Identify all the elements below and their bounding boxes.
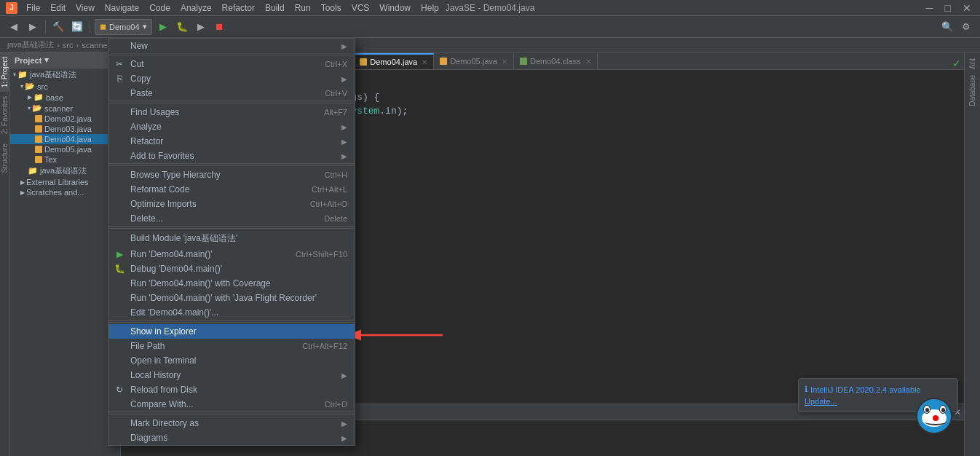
tree-item-demo05[interactable]: Demo05.java [10,144,120,154]
ctx-compare[interactable]: Compare With... Ctrl+D [108,397,355,412]
stop-button[interactable]: ⏹ [212,19,228,35]
ctx-run-label: Run 'Demo04.main()' [130,249,213,259]
ctx-edit-run[interactable]: Edit 'Demo04.main()'... [108,305,355,321]
maximize-button[interactable]: □ [942,2,954,14]
project-dropdown-icon[interactable]: ▾ [44,55,49,65]
ctx-diagrams-label: Diagrams [130,433,167,443]
ctx-reload[interactable]: ↻ Reload from Disk [108,382,355,397]
minimize-button[interactable]: ─ [923,2,936,14]
reload-icon: ↻ [113,385,126,395]
ctx-paste[interactable]: Paste Ctrl+V [108,86,355,101]
copy-icon: ⎘ [113,74,126,84]
structure-tab[interactable]: Structure [0,139,10,178]
ctx-add-favorites[interactable]: Add to Favorites ▶ [108,149,355,164]
database-tab[interactable]: Database [968,75,976,106]
breadcrumb-root[interactable]: java基础语法 [7,39,54,50]
tree-java-base-label: java基础语法 [40,165,87,176]
ctx-cut-shortcut: Ctrl+X [325,60,347,68]
ctx-delete[interactable]: Delete... Delete [108,211,355,227]
project-panel-tab[interactable]: 1: Project [0,52,10,92]
settings-button[interactable]: ⚙ [958,19,974,35]
ctx-run-jfr[interactable]: Run 'Demo04.main()' with 'Java Flight Re… [108,291,355,305]
debug-button[interactable]: 🐛 [174,19,190,35]
close-button[interactable]: ✕ [960,2,974,14]
ctx-browse-hierarchy[interactable]: Browse Type Hierarchy Ctrl+H [108,168,355,182]
run-config-dropdown[interactable]: ◼ Demo04 ▾ [95,19,152,35]
ctx-open-terminal[interactable]: Open in Terminal [108,353,355,368]
ctx-optimize[interactable]: Optimize Imports Ctrl+Alt+O [108,197,355,211]
menu-window[interactable]: Window [375,1,415,15]
ant-tab[interactable]: Ant [968,58,976,69]
tree-item-demo03[interactable]: Demo03.java [10,124,120,134]
tab-demo04[interactable]: Demo04.java ✕ [354,53,434,69]
tree-item-src[interactable]: ▾ 📂 src [10,81,120,92]
tab-demo04-class-close[interactable]: ✕ [585,58,591,66]
menu-navigate[interactable]: Navigate [100,1,143,15]
favorites-tab[interactable]: 2: Favorites [0,92,10,138]
ctx-cut[interactable]: ✂ Cut Ctrl+X [108,57,355,71]
tree-item-base[interactable]: ▶ 📁 base [10,92,120,103]
window-controls: ─ □ ✕ [923,2,974,14]
dropdown-arrow: ▾ [143,22,147,31]
ctx-show-explorer[interactable]: Show in Explorer [108,324,355,339]
tree-item-root[interactable]: ▾ 📁 java基础语法 [10,68,120,81]
tab-demo04-close[interactable]: ✕ [422,58,427,66]
tab-demo04-class[interactable]: Demo04.class ✕ [514,53,598,69]
tab-demo05[interactable]: Demo05.java ✕ [434,53,514,69]
tree-item-ext-libs[interactable]: ▶ External Libraries [10,177,120,187]
tab-demo04-class-label: Demo04.class [530,57,581,66]
tree-item-demo02[interactable]: Demo02.java [10,114,120,124]
menu-refactor[interactable]: Refactor [218,1,259,15]
tree-item-demo04[interactable]: Demo04.java [10,134,120,144]
ctx-find-usages[interactable]: Find Usages Alt+F7 [108,105,355,119]
ctx-run-coverage[interactable]: Run 'Demo04.main()' with Coverage [108,276,355,291]
menu-help[interactable]: Help [416,1,443,15]
tree-item-scratches[interactable]: ▶ Scratches and... [10,187,120,197]
menu-analyze[interactable]: Analyze [176,1,216,15]
ctx-build-module[interactable]: Build Module 'java基础语法' [108,230,355,247]
tree-item-java-base[interactable]: 📁 java基础语法 [10,165,120,177]
toolbar-separator-2 [90,20,90,34]
new-arrow: ▶ [341,42,347,50]
coverage-button[interactable]: ▶ [193,19,209,35]
ctx-refactor-label: Refactor [130,136,163,146]
tree-item-tex[interactable]: Tex [10,154,120,165]
ctx-debug[interactable]: 🐛 Debug 'Demo04.main()' [108,262,355,276]
build-button[interactable]: 🔨 [50,19,66,35]
tree-item-scanner[interactable]: ▾ 📂 scanner [10,103,120,114]
java-file-icon-4 [360,58,367,66]
ctx-hierarchy-shortcut: Ctrl+H [325,170,347,179]
ctx-mark-dir[interactable]: Mark Directory as ▶ [108,416,355,431]
breadcrumb-src[interactable]: src [63,41,74,50]
toolbar-separator-1 [45,20,46,34]
ctx-optimize-shortcut: Ctrl+Alt+O [310,200,347,208]
menu-tools[interactable]: Tools [317,1,346,15]
ctx-refactor[interactable]: Refactor ▶ [108,134,355,149]
ctx-local-history[interactable]: Local History ▶ [108,368,355,382]
menu-file[interactable]: File [22,1,44,15]
analyze-arrow: ▶ [341,123,347,131]
sync-button[interactable]: 🔄 [69,19,85,35]
menu-code[interactable]: Code [145,1,175,15]
ctx-diagrams[interactable]: Diagrams ▶ [108,431,355,445]
menu-edit[interactable]: Edit [46,1,70,15]
search-everywhere[interactable]: 🔍 [939,19,955,35]
menu-vcs[interactable]: VCS [347,1,374,15]
forward-button[interactable]: ▶ [25,19,41,35]
ctx-file-path[interactable]: File Path Ctrl+Alt+F12 [108,339,355,353]
back-button[interactable]: ◀ [6,19,22,35]
tab-demo05-close[interactable]: ✕ [502,58,507,66]
ctx-reformat[interactable]: Reformat Code Ctrl+Alt+L [108,182,355,197]
run-button[interactable]: ▶ [155,19,171,35]
ctx-file-path-label: File Path [130,341,165,351]
ctx-new[interactable]: New ▶ [108,39,355,53]
ctx-analyze[interactable]: Analyze ▶ [108,119,355,134]
ctx-run[interactable]: ▶ Run 'Demo04.main()' Ctrl+Shift+F10 [108,247,355,262]
breadcrumb-scanner[interactable]: scanner [82,41,110,50]
ctx-copy[interactable]: ⎘ Copy ▶ [108,71,355,86]
menu-run[interactable]: Run [291,1,315,15]
ctx-paste-label: Paste [130,88,153,98]
menu-view[interactable]: View [71,1,99,15]
menu-build[interactable]: Build [261,1,289,15]
ctx-sep1 [108,103,355,103]
